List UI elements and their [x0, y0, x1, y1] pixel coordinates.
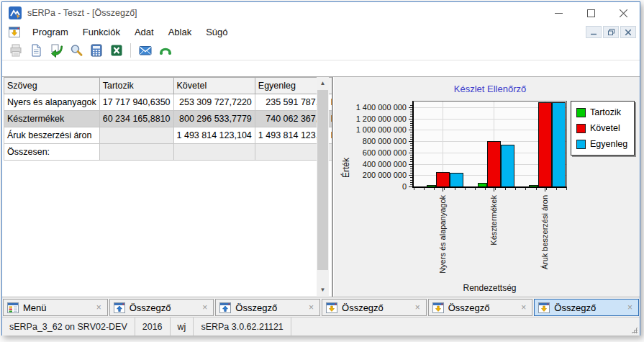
tab-close-icon[interactable]: ×: [307, 302, 316, 312]
legend-swatch: [576, 108, 586, 117]
legend-swatch: [576, 140, 586, 149]
value-cell[interactable]: [99, 144, 173, 161]
x-tick: [494, 188, 494, 192]
row-label-cell[interactable]: Késztermékek: [4, 111, 100, 127]
tab-label: Összegző: [130, 302, 196, 313]
window-close-button[interactable]: [607, 2, 640, 24]
legend-label: Követel: [590, 123, 620, 133]
value-cell[interactable]: 17 717 940,6350: [99, 94, 173, 111]
x-category-label: Késztermékek: [489, 195, 499, 246]
tab-sszegz[interactable]: Összegző×: [215, 299, 320, 316]
legend-label: Egyenleg: [590, 139, 627, 149]
window-title: sERPa - Teszt - [Összegző]: [27, 8, 137, 18]
toolbar-separator: [130, 43, 131, 58]
main-area: SzövegTartozikKövetelEgyenleg Nyers és a…: [2, 77, 640, 297]
app-logo-icon: [9, 6, 22, 19]
summary-table: SzövegTartozikKövetelEgyenleg Nyers és a…: [4, 77, 332, 161]
window-minimize-button[interactable]: [543, 2, 575, 24]
chart-plot-area: [412, 101, 567, 188]
value-cell[interactable]: 60 234 165,8810: [99, 111, 173, 127]
x-minor-tick: [505, 188, 506, 190]
window-maximize-button[interactable]: [575, 2, 607, 24]
scroll-up-icon[interactable]: ▲: [317, 77, 329, 89]
value-cell[interactable]: [173, 144, 255, 161]
column-header[interactable]: Tartozik: [99, 78, 173, 94]
bar-tartozik: [529, 185, 538, 186]
mdi-minimize-button[interactable]: [586, 26, 602, 38]
resize-grip[interactable]: [631, 327, 638, 333]
tab-close-icon[interactable]: ×: [413, 302, 422, 312]
scroll-down-icon[interactable]: ▼: [317, 284, 329, 296]
menu-item-sg[interactable]: Súgó: [199, 24, 235, 40]
bar-követel: [487, 141, 501, 186]
menu-item-funkcik[interactable]: Funkciók: [76, 24, 127, 40]
x-minor-tick: [465, 188, 466, 190]
print-report-icon[interactable]: [7, 42, 24, 58]
value-cell[interactable]: 253 309 727,7220: [173, 94, 255, 111]
tab-close-icon[interactable]: ×: [94, 302, 104, 312]
new-document-icon[interactable]: [27, 42, 44, 58]
menu-item-adat[interactable]: Adat: [127, 24, 161, 40]
value-cell[interactable]: 1 493 814 123,104: [173, 127, 255, 144]
x-axis-title: Rendezettség: [412, 283, 567, 293]
menu-window-icon: [7, 302, 19, 313]
search-icon[interactable]: [68, 42, 84, 58]
row-label-cell[interactable]: Áruk beszerzési áron: [4, 127, 100, 144]
y-tick-label: 600 000 000: [345, 148, 407, 158]
row-label-cell[interactable]: Nyers és alapanyagok: [4, 94, 100, 111]
x-tick: [443, 188, 443, 192]
bar-egyenleg: [552, 102, 566, 186]
tab-close-icon[interactable]: ×: [200, 302, 209, 312]
panel-splitter[interactable]: [332, 77, 333, 297]
mdi-close-button[interactable]: [620, 26, 636, 38]
y-tick-label: 1 200 000 000: [345, 114, 407, 124]
chart-panel: Készlet Ellenőrző Érték 0200 000 000400 …: [334, 77, 640, 297]
tab-close-icon[interactable]: ×: [625, 302, 635, 312]
summary-down-icon: [538, 302, 550, 313]
x-tick: [545, 188, 545, 192]
tab-sszegz[interactable]: Összegző×: [534, 299, 639, 316]
export-document-icon[interactable]: [47, 42, 64, 58]
value-cell[interactable]: [99, 127, 173, 144]
excel-export-icon[interactable]: [108, 42, 124, 58]
bar-követel: [436, 172, 450, 186]
calculator-icon[interactable]: [88, 42, 104, 58]
x-minor-tick: [566, 188, 567, 190]
x-minor-tick: [444, 188, 445, 190]
mail-icon[interactable]: [137, 42, 153, 58]
x-minor-tick: [546, 188, 547, 190]
menu-item-program[interactable]: Program: [25, 24, 76, 40]
column-header[interactable]: Követel: [173, 78, 255, 94]
tab-men[interactable]: Menü×: [3, 299, 108, 316]
table-row[interactable]: Nyers és alapanyagok17 717 940,6350253 3…: [4, 94, 333, 111]
table-panel: SzövegTartozikKövetelEgyenleg Nyers és a…: [2, 77, 332, 297]
bar-tartozik: [478, 183, 487, 186]
x-minor-tick: [485, 188, 486, 190]
tab-close-icon[interactable]: ×: [519, 302, 528, 312]
scrollbar-thumb[interactable]: [317, 90, 328, 270]
tab-label: Összegző: [448, 302, 515, 313]
legend-item: Követel: [576, 120, 627, 136]
table-row[interactable]: Áruk beszerzési áron1 493 814 123,1041 4…: [4, 127, 333, 144]
x-category-label: Áruk beszerzési áron: [540, 195, 550, 269]
tab-sszegz[interactable]: Összegző×: [322, 299, 427, 316]
bar-tartozik: [427, 185, 436, 186]
summary-down-icon: [432, 302, 444, 313]
table-row[interactable]: Összesen:: [4, 144, 333, 161]
tab-label: Menü: [23, 302, 90, 313]
summary-down-icon: [326, 302, 337, 313]
tab-sszegz[interactable]: Összegző×: [428, 299, 533, 316]
mdi-restore-button[interactable]: [603, 26, 619, 38]
phone-icon[interactable]: [157, 42, 173, 58]
bar-egyenleg: [450, 173, 463, 186]
column-header[interactable]: Szöveg: [4, 78, 100, 94]
table-row[interactable]: Késztermékek60 234 165,8810800 296 533,7…: [4, 111, 333, 127]
menu-item-ablak[interactable]: Ablak: [161, 24, 199, 40]
tab-sszegz[interactable]: Összegző×: [109, 299, 214, 316]
table-vertical-scrollbar[interactable]: ▲ ▼: [317, 77, 329, 296]
row-label-cell[interactable]: Összesen:: [4, 144, 100, 161]
y-tick-label: 1 400 000 000: [345, 102, 407, 112]
status-segment: 2016: [135, 318, 171, 336]
y-tick-label: 400 000 000: [345, 159, 407, 169]
value-cell[interactable]: 800 296 533,7779: [173, 111, 255, 127]
